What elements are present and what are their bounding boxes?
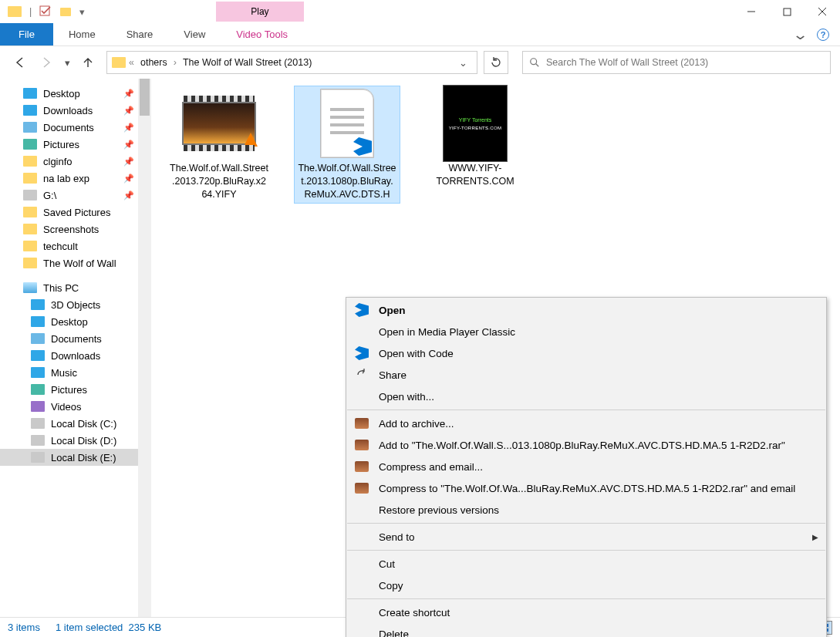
vscode-icon bbox=[354, 345, 369, 361]
ctx-shortcut[interactable]: Create shortcut bbox=[346, 602, 826, 623]
minimize-button[interactable] bbox=[734, 0, 769, 23]
ribbon-tab-share[interactable]: Share bbox=[111, 23, 169, 46]
breadcrumb-sep-icon: › bbox=[174, 57, 177, 68]
sidebar-item[interactable]: The Wolf of Wall bbox=[0, 254, 151, 271]
sidebar-scrollbar-thumb[interactable] bbox=[140, 79, 150, 116]
sidebar-item[interactable]: Downloads 📌 bbox=[0, 102, 151, 119]
drive-icon bbox=[31, 401, 45, 412]
file-grid: The.Wolf.of.Wall.Street.2013.720p.BluRay… bbox=[159, 86, 840, 203]
file-item[interactable]: The.Wolf.of.Wall.Street.2013.720p.BluRay… bbox=[167, 86, 272, 203]
nav-up-button[interactable] bbox=[77, 52, 99, 73]
qat-divider: | bbox=[29, 6, 32, 17]
folder-icon bbox=[23, 190, 37, 201]
ctx-open-mpc[interactable]: Open in Media Player Classic bbox=[346, 321, 826, 342]
refresh-button[interactable] bbox=[484, 51, 508, 74]
qat-caret-icon[interactable]: ▾ bbox=[79, 6, 85, 18]
sidebar-item[interactable]: Desktop 📌 bbox=[0, 85, 151, 102]
ribbon-tab-video-tools[interactable]: Video Tools bbox=[221, 23, 303, 46]
folder-icon bbox=[23, 139, 37, 150]
sidebar-item[interactable]: Saved Pictures bbox=[0, 204, 151, 221]
video-thumbnail bbox=[182, 86, 256, 160]
sidebar-item[interactable]: Downloads bbox=[0, 347, 151, 364]
ribbon-help-icon[interactable]: ? bbox=[817, 29, 829, 41]
pin-icon: 📌 bbox=[123, 157, 134, 167]
address-dropdown-icon[interactable]: ⌄ bbox=[454, 57, 472, 69]
drive-icon bbox=[31, 435, 45, 446]
file-label: WWW.YIFY-TORRENTS.COM bbox=[423, 160, 528, 190]
ribbon-tab-file[interactable]: File bbox=[0, 23, 53, 46]
sidebar-item[interactable]: Desktop bbox=[0, 313, 151, 330]
sidebar-item[interactable]: Screenshots bbox=[0, 221, 151, 238]
ctx-open-code[interactable]: Open with Code bbox=[346, 342, 826, 364]
search-box[interactable]: Search The Wolf of Wall Street (2013) bbox=[522, 51, 831, 74]
sidebar-item[interactable]: Pictures 📌 bbox=[0, 136, 151, 153]
ctx-compress-to[interactable]: Compress to "The.Wolf.Of.Wa...BluRay.ReM… bbox=[346, 477, 826, 499]
address-bar[interactable]: « others › The Wolf of Wall Street (2013… bbox=[106, 51, 477, 74]
nav-forward-button[interactable] bbox=[35, 52, 57, 73]
ribbon-help-area: ⌄ ? bbox=[794, 23, 840, 46]
folder-icon bbox=[23, 156, 37, 167]
document-thumbnail bbox=[310, 86, 384, 160]
drive-icon bbox=[31, 384, 45, 395]
file-item[interactable]: The.Wolf.Of.Wall.Street.2013.1080p.BluRa… bbox=[295, 86, 400, 203]
this-pc-node[interactable]: This PC bbox=[0, 279, 151, 296]
nav-recent-dropdown[interactable]: ▾ bbox=[62, 52, 73, 73]
ctx-separator bbox=[347, 523, 825, 524]
vlc-icon bbox=[244, 133, 258, 147]
ctx-add-to-rar[interactable]: Add to "The.Wolf.Of.Wall.S...013.1080p.B… bbox=[346, 434, 826, 456]
sidebar-item[interactable]: Local Disk (D:) bbox=[0, 432, 151, 449]
nav-back-button[interactable] bbox=[9, 52, 31, 73]
ctx-copy[interactable]: Copy bbox=[346, 575, 826, 596]
sidebar-item-label: Local Disk (E:) bbox=[51, 452, 116, 463]
sidebar-item[interactable]: Local Disk (E:) bbox=[0, 449, 151, 466]
ctx-share[interactable]: Share bbox=[346, 364, 826, 386]
breadcrumb-l1[interactable]: others bbox=[137, 57, 170, 68]
ribbon-collapse-icon[interactable]: ⌄ bbox=[792, 26, 808, 43]
sidebar-item[interactable]: clginfo 📌 bbox=[0, 153, 151, 170]
ctx-send-to[interactable]: Send to▶ bbox=[346, 526, 826, 548]
pin-icon: 📌 bbox=[123, 89, 134, 99]
sidebar-item-label: Videos bbox=[51, 401, 82, 413]
file-item[interactable]: YIFY TorrentsYIFY-TORRENTS.COMWWW.YIFY-T… bbox=[423, 86, 528, 190]
sidebar-item[interactable]: Local Disk (C:) bbox=[0, 415, 151, 432]
ribbon-tab-home[interactable]: Home bbox=[53, 23, 111, 46]
ribbon-tab-view[interactable]: View bbox=[168, 23, 221, 46]
sidebar-item-label: Desktop bbox=[51, 316, 88, 328]
sidebar-item-label: Downloads bbox=[43, 105, 93, 116]
ctx-open[interactable]: Open bbox=[346, 299, 826, 321]
folder-small-icon[interactable] bbox=[59, 5, 72, 18]
close-button[interactable] bbox=[805, 0, 840, 23]
this-pc-label: This PC bbox=[43, 282, 79, 294]
sidebar-item-label: Screenshots bbox=[43, 224, 99, 235]
sidebar-item-label: Local Disk (C:) bbox=[51, 418, 116, 430]
sidebar-item[interactable]: techcult bbox=[0, 238, 151, 254]
pin-icon: 📌 bbox=[123, 140, 134, 150]
ctx-open-with[interactable]: Open with... bbox=[346, 386, 826, 407]
sidebar-item-label: Documents bbox=[43, 122, 94, 133]
navigation-bar: ▾ « others › The Wolf of Wall Street (20… bbox=[0, 46, 840, 79]
sidebar-item[interactable]: Videos bbox=[0, 398, 151, 415]
ctx-separator bbox=[347, 598, 825, 599]
sidebar-item[interactable]: Documents 📌 bbox=[0, 119, 151, 136]
sidebar-item[interactable]: G:\ 📌 bbox=[0, 187, 151, 204]
sidebar-item[interactable]: Documents bbox=[0, 330, 151, 347]
sidebar-item[interactable]: Music bbox=[0, 364, 151, 381]
maximize-button[interactable] bbox=[769, 0, 805, 23]
sidebar-item[interactable]: 3D Objects bbox=[0, 296, 151, 313]
ctx-add-archive[interactable]: Add to archive... bbox=[346, 413, 826, 434]
ctx-compress-email[interactable]: Compress and email... bbox=[346, 456, 826, 477]
breadcrumb-l2[interactable]: The Wolf of Wall Street (2013) bbox=[180, 57, 315, 68]
sidebar-scrollbar-track[interactable] bbox=[138, 79, 151, 617]
ctx-restore[interactable]: Restore previous versions bbox=[346, 499, 826, 521]
ctx-delete[interactable]: Delete bbox=[346, 623, 826, 637]
ctx-cut[interactable]: Cut bbox=[346, 553, 826, 575]
folder-icon bbox=[23, 241, 37, 251]
sidebar-item[interactable]: Pictures bbox=[0, 381, 151, 398]
breadcrumb-root[interactable]: « bbox=[129, 57, 134, 68]
sidebar-item-label: Downloads bbox=[51, 350, 100, 362]
svg-line-6 bbox=[536, 64, 539, 67]
checkbox-icon[interactable] bbox=[39, 5, 52, 18]
sidebar-item-label: The Wolf of Wall bbox=[43, 258, 116, 269]
sidebar-item[interactable]: na lab exp 📌 bbox=[0, 170, 151, 187]
vscode-icon bbox=[354, 302, 369, 318]
